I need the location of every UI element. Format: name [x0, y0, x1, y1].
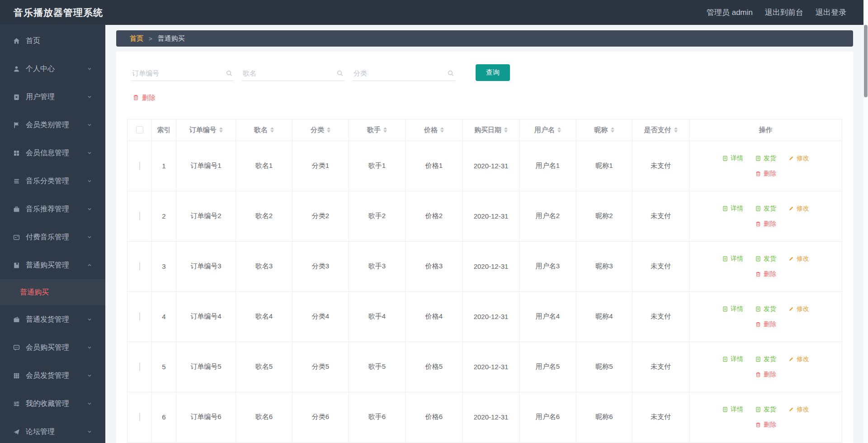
sidebar-item-music-category-management[interactable]: 音乐分类管理	[0, 167, 105, 195]
sort-desc-caret[interactable]	[674, 130, 678, 133]
ship-action-button[interactable]: 发货	[755, 154, 776, 162]
ship-action-button[interactable]: 发货	[755, 255, 776, 263]
ship-action-button[interactable]: 发货	[755, 205, 776, 213]
page-scrollbar[interactable]	[863, 0, 868, 443]
edit-action-button[interactable]: 修改	[788, 405, 809, 414]
sort-asc-caret[interactable]	[383, 127, 387, 129]
sidebar-item-user-management[interactable]: 用户管理	[0, 83, 105, 111]
row-checkbox[interactable]	[139, 312, 140, 321]
row-checkbox[interactable]	[139, 212, 140, 220]
chevron-down-icon	[86, 150, 93, 156]
sidebar-item-my-favorites-management[interactable]: 我的收藏管理	[0, 390, 105, 418]
sidebar-item-member-shipping-management[interactable]: 会员发货管理	[0, 362, 105, 390]
edit-action-button[interactable]: 修改	[788, 255, 809, 263]
sidebar-item-member-category-management[interactable]: 会员类别管理	[0, 111, 105, 139]
sort-desc-caret[interactable]	[219, 130, 223, 133]
scrollbar-thumb[interactable]	[864, 25, 868, 97]
sort-desc-caret[interactable]	[440, 130, 444, 133]
sidebar-item-home[interactable]: 首页	[0, 27, 105, 55]
sort-icon[interactable]	[219, 127, 223, 133]
delete-action-button[interactable]: 删除	[755, 220, 776, 228]
edit-action-button[interactable]: 修改	[788, 305, 809, 313]
topbar-link-logout[interactable]: 退出登录	[816, 7, 846, 18]
sort-asc-caret[interactable]	[674, 127, 678, 129]
sort-desc-caret[interactable]	[557, 130, 561, 133]
delete-action-button[interactable]: 删除	[755, 270, 776, 278]
sort-desc-caret[interactable]	[270, 130, 274, 133]
sidebar-item-member-info-management[interactable]: 会员信息管理	[0, 139, 105, 167]
sort-icon[interactable]	[611, 127, 614, 133]
row-checkbox[interactable]	[139, 362, 140, 371]
ship-action-button[interactable]: 发货	[755, 305, 776, 313]
ship-action-button[interactable]: 发货	[755, 405, 776, 414]
ship-action-button[interactable]: 发货	[755, 355, 776, 363]
sort-icon[interactable]	[674, 127, 678, 133]
sort-icon[interactable]	[504, 127, 508, 133]
edit-action-button[interactable]: 修改	[788, 154, 809, 162]
detail-action-button[interactable]: 详情	[722, 305, 743, 313]
sidebar-item-personal-center[interactable]: 个人中心	[0, 55, 105, 83]
song-name-search-input[interactable]	[243, 69, 336, 77]
query-button[interactable]: 查询	[476, 64, 510, 81]
sort-asc-caret[interactable]	[611, 127, 614, 129]
sidebar-item-paid-music-management[interactable]: 付费音乐管理	[0, 223, 105, 251]
sort-icon[interactable]	[327, 127, 330, 133]
delete-action-button[interactable]: 删除	[755, 371, 776, 379]
column-header-date: 购买日期	[463, 119, 519, 141]
sidebar-item-label: 个人中心	[26, 64, 55, 74]
sort-asc-caret[interactable]	[270, 127, 274, 129]
list-icon	[13, 177, 20, 185]
sort-desc-caret[interactable]	[611, 130, 614, 133]
cell-category: 分类6	[292, 392, 349, 442]
sort-asc-caret[interactable]	[557, 127, 561, 129]
sort-asc-caret[interactable]	[440, 127, 444, 129]
action-label: 详情	[731, 255, 743, 263]
detail-action-button[interactable]: 详情	[722, 405, 743, 414]
document-icon	[755, 306, 761, 312]
sort-desc-caret[interactable]	[383, 130, 387, 133]
detail-action-button[interactable]: 详情	[722, 355, 743, 363]
breadcrumb-home[interactable]: 首页	[130, 34, 143, 43]
sort-desc-caret[interactable]	[327, 130, 330, 133]
sidebar-item-normal-shipping-management[interactable]: 普通发货管理	[0, 305, 105, 333]
sidebar-subitem-normal-purchase[interactable]: 普通购买	[0, 279, 105, 305]
topbar-link-admin-user[interactable]: 管理员 admin	[707, 7, 753, 18]
row-checkbox[interactable]	[139, 162, 140, 170]
sort-icon[interactable]	[440, 127, 444, 133]
detail-action-button[interactable]: 详情	[722, 154, 743, 162]
sort-asc-caret[interactable]	[504, 127, 508, 129]
order-no-search-input[interactable]	[132, 69, 226, 77]
batch-delete-button[interactable]: 删除	[132, 94, 156, 102]
orders-table: 索引订单编号歌名分类歌手价格购买日期用户名昵称是否支付操作 1订单编号1歌名1分…	[127, 119, 842, 443]
sort-icon[interactable]	[383, 127, 387, 133]
category-search-input[interactable]	[354, 69, 447, 77]
row-checkbox[interactable]	[139, 262, 140, 271]
detail-action-button[interactable]: 详情	[722, 205, 743, 213]
sort-asc-caret[interactable]	[219, 127, 223, 129]
book-icon	[13, 262, 20, 269]
delete-action-button[interactable]: 删除	[755, 421, 776, 429]
detail-action-button[interactable]: 详情	[722, 255, 743, 263]
action-label: 发货	[764, 355, 776, 363]
cell-category: 分类2	[292, 191, 349, 241]
cell-order_no: 订单编号4	[176, 291, 236, 342]
sidebar-item-normal-purchase-management[interactable]: 普通购买管理	[0, 251, 105, 279]
delete-action-button[interactable]: 删除	[755, 170, 776, 178]
sort-icon[interactable]	[557, 127, 561, 133]
edit-action-button[interactable]: 修改	[788, 205, 809, 213]
home-icon	[13, 37, 20, 45]
column-header-nickname: 昵称	[576, 119, 632, 141]
sidebar-item-music-recommend-management[interactable]: 音乐推荐管理	[0, 195, 105, 223]
delete-action-button[interactable]: 删除	[755, 320, 776, 329]
select-all-checkbox[interactable]	[136, 126, 143, 133]
cell-order_no: 订单编号5	[176, 342, 236, 392]
sidebar-item-forum-management[interactable]: 论坛管理	[0, 418, 105, 443]
row-checkbox[interactable]	[139, 413, 140, 421]
sort-desc-caret[interactable]	[504, 130, 508, 133]
topbar-link-logout-to-front[interactable]: 退出到前台	[765, 7, 803, 18]
edit-action-button[interactable]: 修改	[788, 355, 809, 363]
sidebar-item-member-purchase-management[interactable]: 会员购买管理	[0, 333, 105, 362]
table-row: 6订单编号6歌名6分类6歌手6价格62020-12-31用户名6昵称6未支付详情…	[127, 392, 842, 442]
sort-asc-caret[interactable]	[327, 127, 330, 129]
sort-icon[interactable]	[270, 127, 274, 133]
